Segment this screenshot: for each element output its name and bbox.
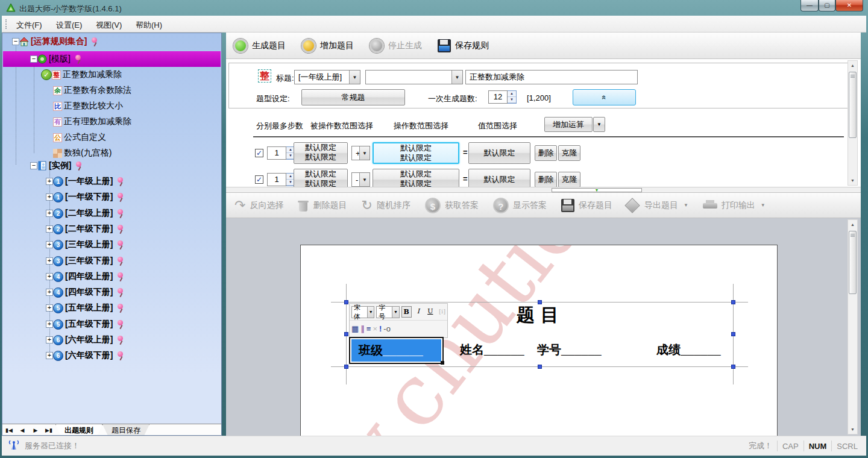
expand-icon[interactable]: + bbox=[46, 336, 53, 344]
grade-select[interactable]: [一年级上册] ▼ bbox=[294, 70, 360, 84]
chevron-down-icon[interactable]: ▼ bbox=[761, 202, 766, 208]
rule-enabled-checkbox[interactable]: ✓ bbox=[255, 175, 263, 184]
resize-handle[interactable] bbox=[731, 300, 735, 304]
expand-icon[interactable]: + bbox=[46, 304, 53, 312]
collapse-panel-button[interactable]: « bbox=[573, 89, 636, 105]
unit-select[interactable]: ▼ bbox=[365, 70, 463, 84]
preview-scrollbar[interactable]: ▲ ▼ bbox=[848, 219, 858, 434]
operand-range-button[interactable]: 默认限定 默认限定 bbox=[294, 142, 348, 164]
tree-node-grade[interactable]: +6[六年级上册] bbox=[46, 332, 125, 348]
tree-node-examples[interactable]: − [实例] bbox=[30, 158, 83, 174]
expand-icon[interactable]: + bbox=[46, 321, 53, 328]
stop-generate-button[interactable]: 停止生成 bbox=[370, 39, 422, 53]
bold-button[interactable]: B bbox=[401, 306, 412, 318]
expand-icon[interactable]: + bbox=[46, 178, 53, 185]
tree-node-grade[interactable]: +2[二年级上册] bbox=[46, 205, 125, 221]
resize-handle[interactable] bbox=[344, 365, 348, 369]
spin-down-icon[interactable]: ▼ bbox=[508, 97, 516, 103]
splitter-collapse-button[interactable]: ▼ bbox=[552, 188, 642, 192]
add-questions-button[interactable]: 增加题目 bbox=[301, 39, 354, 53]
document-page[interactable]: www.chutidashi.com www.chutidashi.com 题目 bbox=[300, 245, 778, 436]
generate-questions-button[interactable]: 生成题目 bbox=[233, 39, 286, 53]
operator-range-button[interactable]: 默认限定 默认限定 bbox=[373, 169, 459, 187]
align-icon[interactable]: ≡ bbox=[366, 324, 371, 334]
tree-node-grade[interactable]: +3[三年级下册] bbox=[46, 253, 125, 269]
print-output-button[interactable]: 打印输出 ▼ bbox=[703, 200, 766, 211]
expand-icon[interactable]: + bbox=[46, 210, 53, 217]
rules-scrollbar[interactable]: ▲ ▼ bbox=[848, 60, 858, 186]
scrollbar-thumb[interactable] bbox=[849, 231, 857, 294]
expand-icon[interactable]: + bbox=[46, 352, 53, 359]
count-value[interactable]: 12 bbox=[488, 90, 508, 104]
tab-rule-editor[interactable]: 出题规则 bbox=[55, 424, 102, 436]
expand-icon[interactable]: + bbox=[46, 193, 53, 201]
steps-spinner[interactable]: 1 ▲▼ bbox=[267, 146, 295, 160]
tree-node-grade[interactable]: +5[五年级上册] bbox=[46, 300, 125, 316]
tree-node-remainder-div[interactable]: 余 正整数有余数除法 bbox=[53, 83, 133, 98]
clone-rule-button[interactable]: 克隆 bbox=[558, 172, 580, 187]
operator-range-button-selected[interactable]: 默认限定 默认限定 bbox=[373, 142, 459, 164]
expand-icon[interactable]: + bbox=[46, 289, 53, 296]
question-type-button[interactable]: 常规题 bbox=[301, 89, 405, 105]
title-input[interactable] bbox=[465, 70, 638, 84]
value-range-button[interactable]: 默认限定 bbox=[468, 142, 530, 164]
add-operation-dropdown[interactable]: ▼ bbox=[593, 117, 605, 132]
scrollbar-thumb[interactable] bbox=[849, 72, 857, 138]
operand-range-button[interactable]: 默认限定 默认限定 bbox=[294, 169, 348, 187]
menu-help[interactable]: 帮助(H) bbox=[132, 19, 166, 32]
info-button[interactable]: [i] bbox=[437, 306, 447, 318]
tree-node-int-arith[interactable]: ✓ 整 正整数加减乘除 bbox=[41, 67, 124, 83]
save-questions-button[interactable]: 保存题目 bbox=[561, 199, 612, 212]
value-range-button[interactable]: 默认限定 bbox=[468, 169, 530, 187]
title-bar[interactable]: 出题大师-小学数学版(1.4.6.1) — ▢ ✕ bbox=[0, 0, 868, 16]
table-icon[interactable]: ▦ bbox=[351, 324, 359, 334]
collapse-icon[interactable]: − bbox=[12, 38, 19, 45]
save-rules-button[interactable]: 保存规则 bbox=[438, 39, 489, 52]
resize-handle[interactable] bbox=[344, 300, 348, 304]
tab-nav-next-button[interactable]: ▶ bbox=[29, 424, 42, 436]
delete-rule-button[interactable]: 删除 bbox=[535, 172, 557, 187]
underline-button[interactable]: U bbox=[425, 306, 435, 318]
tree-node-compare[interactable]: 比 正整数比较大小 bbox=[53, 98, 125, 114]
clone-rule-button[interactable]: 克隆 bbox=[558, 145, 580, 161]
doc-title[interactable]: 题目 bbox=[517, 303, 565, 328]
expand-icon[interactable]: + bbox=[46, 257, 53, 265]
collapse-icon[interactable]: − bbox=[30, 55, 37, 63]
delete-questions-button[interactable]: 删除题目 bbox=[298, 199, 347, 212]
tree-node-grade[interactable]: +3[三年级上册] bbox=[46, 237, 125, 253]
tree-node-custom-formula[interactable]: 公 公式自定义 bbox=[53, 130, 108, 145]
tree-node-grade[interactable]: +2[二年级下册] bbox=[46, 221, 125, 237]
minimize-button[interactable]: — bbox=[800, 0, 819, 11]
font-family-select[interactable]: 宋体▼ bbox=[351, 306, 374, 318]
export-questions-button[interactable]: 导出题目 ▼ bbox=[627, 200, 688, 211]
get-answers-button[interactable]: $ 获取答案 bbox=[425, 198, 479, 213]
expand-icon[interactable]: + bbox=[46, 241, 53, 248]
name-field[interactable]: 姓名______ bbox=[460, 342, 524, 358]
chevron-down-icon[interactable]: ▼ bbox=[684, 202, 688, 208]
menu-view[interactable]: 视图(V) bbox=[92, 19, 125, 32]
tree-node-grade[interactable]: +6[六年级下册] bbox=[46, 348, 125, 363]
scroll-up-icon[interactable]: ▲ bbox=[848, 220, 857, 229]
italic-button[interactable]: I bbox=[414, 306, 424, 318]
show-answers-button[interactable]: ? 显示答案 bbox=[493, 198, 547, 213]
tab-nav-first-button[interactable]: ▮◀ bbox=[2, 424, 16, 436]
count-spinner[interactable]: 12 ▲▼ bbox=[488, 90, 517, 104]
scroll-down-icon[interactable]: ▼ bbox=[848, 176, 857, 185]
menu-settings[interactable]: 设置(E) bbox=[52, 19, 86, 32]
tree-node-template[interactable]: − [模版] bbox=[30, 51, 83, 67]
tree-node-grade[interactable]: +4[四年级上册] bbox=[46, 269, 125, 284]
font-size-select[interactable]: 字号▼ bbox=[376, 306, 399, 318]
resize-handle[interactable] bbox=[538, 365, 542, 369]
class-field-selected[interactable]: 班级______ bbox=[349, 337, 444, 364]
tree-node-grade[interactable]: +4[四年级下册] bbox=[46, 284, 125, 300]
tab-saved-questions[interactable]: 题目保存 bbox=[102, 424, 149, 436]
add-operation-split-button[interactable]: 增加运算 ▼ bbox=[544, 117, 605, 132]
menu-file[interactable]: 文件(F) bbox=[13, 19, 46, 32]
scroll-down-icon[interactable]: ▼ bbox=[848, 425, 857, 434]
resize-handle[interactable] bbox=[731, 365, 735, 369]
menu-grip[interactable] bbox=[5, 19, 8, 29]
close-button[interactable]: ✕ bbox=[835, 0, 863, 11]
expand-icon[interactable]: + bbox=[46, 273, 53, 280]
steps-value[interactable]: 1 bbox=[267, 173, 286, 186]
spin-up-icon[interactable]: ▲ bbox=[508, 91, 516, 97]
